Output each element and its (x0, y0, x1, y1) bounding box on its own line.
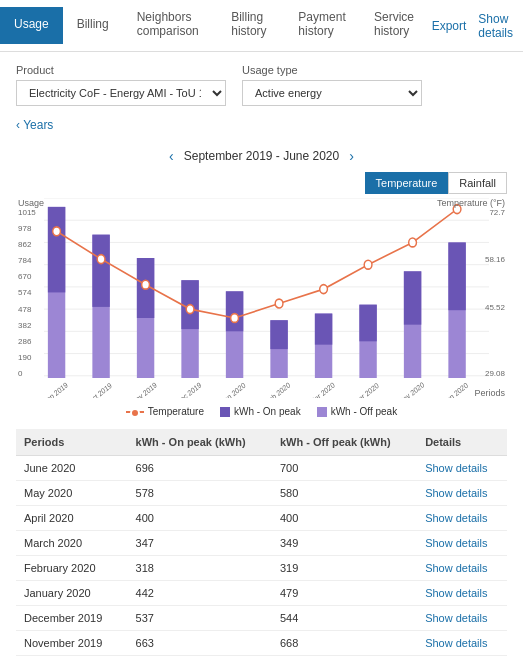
on-peak-legend-label: kWh - On peak (234, 406, 301, 417)
col-header-details: Details (417, 429, 507, 456)
table-body: June 2020696700Show detailsMay 202057858… (16, 456, 507, 664)
svg-text:Dec 2019: Dec 2019 (174, 380, 203, 398)
date-navigation: ‹ September 2019 - June 2020 › (16, 148, 507, 164)
temp-dot-mar (320, 285, 328, 294)
next-period-button[interactable]: › (349, 148, 354, 164)
show-details-link-5[interactable]: Show details (425, 587, 487, 599)
cell-details: Show details (417, 531, 507, 556)
chart-legend: Temperature kWh - On peak kWh - Off peak (16, 406, 507, 417)
cell-details: Show details (417, 481, 507, 506)
usage-type-select[interactable]: Active energy (242, 80, 422, 106)
table-row: April 2020400400Show details (16, 506, 507, 531)
chart-toggle-row: Temperature Rainfall (16, 172, 507, 194)
tab-billing-history[interactable]: Billing history (217, 0, 284, 51)
bar-on-peak-jan (226, 291, 243, 331)
temp-dot-sep (53, 227, 61, 236)
show-details-link-7[interactable]: Show details (425, 637, 487, 649)
tab-billing[interactable]: Billing (63, 7, 123, 44)
cell-period: January 2020 (16, 581, 128, 606)
product-select[interactable]: Electricity CoF - Energy AMI - ToU 1152 … (16, 80, 226, 106)
table-row: October 2019761765Show details (16, 656, 507, 664)
usage-data-table: Periods kWh - On peak (kWh) kWh - Off pe… (16, 429, 507, 663)
temperature-legend-label: Temperature (148, 406, 204, 417)
col-header-period: Periods (16, 429, 128, 456)
y-right-axis-title: Temperature (°F) (437, 198, 505, 208)
temperature-line (57, 209, 458, 318)
usage-chart: 1015 978 862 784 670 574 478 382 286 190… (16, 198, 507, 398)
svg-text:Feb 2020: Feb 2020 (264, 380, 292, 398)
cell-on-peak: 696 (128, 456, 272, 481)
date-range-label: September 2019 - June 2020 (184, 149, 339, 163)
export-link[interactable]: Export (432, 19, 467, 33)
svg-text:May 2020: May 2020 (397, 380, 426, 398)
product-label: Product (16, 64, 226, 76)
rainfall-toggle[interactable]: Rainfall (448, 172, 507, 194)
temperature-legend-icon (126, 411, 144, 413)
y-axis-labels: 1015 978 862 784 670 574 478 382 286 190… (18, 208, 36, 378)
table-row: June 2020696700Show details (16, 456, 507, 481)
cell-on-peak: 347 (128, 531, 272, 556)
cell-details: Show details (417, 456, 507, 481)
show-details-link-1[interactable]: Show details (425, 487, 487, 499)
table-row: May 2020578580Show details (16, 481, 507, 506)
cell-on-peak: 663 (128, 631, 272, 656)
legend-temperature: Temperature (126, 406, 204, 417)
temp-dot-dec (186, 305, 194, 314)
bar-on-peak-apr (359, 305, 376, 342)
temp-dot-jan (231, 314, 239, 323)
svg-text:Nov 2019: Nov 2019 (130, 380, 159, 398)
show-details-link-4[interactable]: Show details (425, 562, 487, 574)
bar-on-peak-may (404, 271, 421, 324)
tab-neighbors[interactable]: Neighbors comparison (123, 0, 218, 51)
show-details-link-3[interactable]: Show details (425, 537, 487, 549)
cell-details: Show details (417, 656, 507, 664)
svg-text:Apr 2020: Apr 2020 (353, 381, 380, 398)
cell-details: Show details (417, 606, 507, 631)
cell-period: March 2020 (16, 531, 128, 556)
bar-on-peak-sep (48, 207, 65, 293)
on-peak-legend-icon (220, 407, 230, 417)
cell-off-peak: 668 (272, 631, 417, 656)
show-details-link[interactable]: Show details (478, 12, 513, 40)
show-details-link-6[interactable]: Show details (425, 612, 487, 624)
show-details-link-2[interactable]: Show details (425, 512, 487, 524)
cell-period: June 2020 (16, 456, 128, 481)
temp-dot-oct (97, 255, 105, 264)
cell-off-peak: 765 (272, 656, 417, 664)
tab-payment-history[interactable]: Payment history (284, 0, 360, 51)
temperature-toggle[interactable]: Temperature (365, 172, 449, 194)
bar-on-peak-mar (315, 314, 332, 345)
years-link[interactable]: Years (16, 118, 53, 132)
cell-off-peak: 544 (272, 606, 417, 631)
tab-usage[interactable]: Usage (0, 7, 63, 44)
temp-dot-feb (275, 299, 283, 308)
chart-svg: Sep 2019 Oct 2019 Nov 2019 Dec 2019 Jan … (44, 198, 489, 398)
cell-period: November 2019 (16, 631, 128, 656)
y-axis-title: Usage (18, 198, 44, 208)
table-header-row: Periods kWh - On peak (kWh) kWh - Off pe… (16, 429, 507, 456)
svg-text:Oct 2019: Oct 2019 (86, 381, 113, 398)
svg-text:Jun 2020: Jun 2020 (442, 380, 470, 398)
cell-on-peak: 537 (128, 606, 272, 631)
y-axis-right-labels: 72.7 58.16 45.52 29.08 (485, 208, 505, 378)
temp-dot-may (409, 238, 417, 247)
cell-details: Show details (417, 581, 507, 606)
cell-period: February 2020 (16, 556, 128, 581)
prev-period-button[interactable]: ‹ (169, 148, 174, 164)
cell-period: April 2020 (16, 506, 128, 531)
top-navigation: Usage Billing Neighbors comparison Billi… (0, 0, 523, 52)
off-peak-legend-label: kWh - Off peak (331, 406, 398, 417)
svg-text:Jan 2020: Jan 2020 (219, 380, 247, 398)
legend-on-peak: kWh - On peak (220, 406, 301, 417)
cell-off-peak: 479 (272, 581, 417, 606)
cell-period: May 2020 (16, 481, 128, 506)
bar-on-peak-oct (92, 235, 109, 307)
nav-right-actions: Export Show details (432, 12, 523, 40)
cell-on-peak: 761 (128, 656, 272, 664)
temp-dot-nov (142, 280, 150, 289)
tab-service-history[interactable]: Service history (360, 0, 432, 51)
show-details-link-0[interactable]: Show details (425, 462, 487, 474)
table-row: February 2020318319Show details (16, 556, 507, 581)
cell-off-peak: 580 (272, 481, 417, 506)
cell-off-peak: 319 (272, 556, 417, 581)
